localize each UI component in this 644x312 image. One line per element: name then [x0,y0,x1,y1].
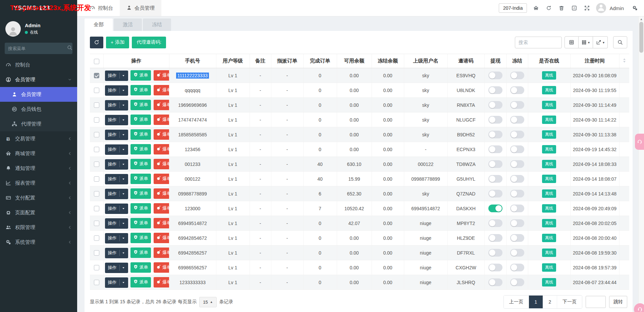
header-sort[interactable] [619,54,629,68]
sidebar-item-12[interactable]: 系统管理 [0,235,77,250]
row-checkbox[interactable] [94,117,99,123]
home-icon[interactable] [530,0,542,16]
row-operate-dropdown[interactable]: 操作 [105,233,128,243]
page-number-1[interactable]: 1 [529,296,543,308]
region-button[interactable]: 207-India [499,3,527,13]
withdraw-toggle[interactable] [488,86,502,94]
freeze-toggle[interactable] [510,131,524,138]
agent-invite-code-button[interactable]: 代理邀请码: [132,37,166,48]
withdraw-toggle[interactable] [488,278,502,286]
detail-view-button[interactable] [565,36,579,48]
row-dispatch-button[interactable]: 派单 [130,262,151,273]
translate-icon[interactable]: A [568,0,581,16]
freeze-toggle[interactable] [510,160,524,168]
row-operate-dropdown[interactable]: 操作 [105,248,128,258]
column-header[interactable]: 是否在线 [528,54,570,68]
row-burst-button[interactable]: 爆单 [154,218,169,228]
freeze-toggle[interactable] [510,116,524,124]
row-burst-button[interactable]: 爆单 [154,248,169,258]
sidebar-item-6[interactable]: 商城管理 [0,146,77,161]
row-dispatch-button[interactable]: 派单 [130,70,151,81]
row-burst-button[interactable]: 爆单 [154,115,169,125]
select-all-checkbox[interactable] [94,59,99,64]
withdraw-toggle[interactable] [488,175,502,183]
row-dispatch-button[interactable]: 派单 [130,218,151,228]
column-header[interactable]: 冻结余额 [372,54,404,68]
row-checkbox[interactable] [94,132,99,137]
withdraw-toggle[interactable] [488,249,502,257]
column-header[interactable]: 可用余额 [337,54,372,68]
sort-icon[interactable] [623,58,626,63]
row-dispatch-button[interactable]: 派单 [130,159,151,169]
row-burst-button[interactable]: 爆单 [154,233,169,243]
row-dispatch-button[interactable]: 派单 [130,144,151,154]
row-checkbox[interactable] [94,235,99,241]
row-checkbox[interactable] [94,88,99,93]
jump-page-input[interactable] [586,296,606,308]
row-operate-dropdown[interactable]: 操作 [105,115,128,125]
row-checkbox[interactable] [94,250,99,256]
freeze-toggle[interactable] [510,145,524,153]
column-header[interactable]: 上级用户名 [404,54,447,68]
column-header[interactable]: 冻结 [506,54,528,68]
sidebar-item-7[interactable]: 通知管理 [0,161,77,176]
row-burst-button[interactable]: 爆单 [154,262,169,273]
avatar[interactable] [596,3,606,13]
column-header[interactable]: 操作 [103,54,169,68]
sidebar-item-5[interactable]: Ƀ 交易管理 [0,131,77,146]
row-operate-dropdown[interactable]: 操作 [105,85,128,96]
row-checkbox[interactable] [94,176,99,182]
row-checkbox[interactable] [94,73,99,78]
tab-1[interactable]: 激活 [114,18,142,31]
column-header[interactable]: 邀请码 [447,54,484,68]
row-operate-dropdown[interactable]: 操作 [105,100,128,110]
withdraw-toggle[interactable] [488,72,502,79]
scroll-up-arrow-icon[interactable]: ▲ [639,17,644,21]
sidebar-item-3[interactable]: 会员钱包 [0,102,77,117]
row-checkbox[interactable] [94,206,99,211]
freeze-toggle[interactable] [510,190,524,197]
row-dispatch-button[interactable]: 派单 [130,174,151,184]
row-burst-button[interactable]: 爆单 [154,144,169,154]
row-checkbox[interactable] [94,221,99,226]
add-button[interactable]: + 添加 [106,37,129,48]
freeze-toggle[interactable] [510,234,524,242]
column-header[interactable]: 注册时间 [570,54,619,68]
row-dispatch-button[interactable]: 派单 [130,248,151,258]
freeze-toggle[interactable] [510,264,524,271]
fullscreen-icon[interactable] [581,0,593,16]
row-dispatch-button[interactable]: 派单 [130,115,151,125]
withdraw-toggle[interactable] [488,234,502,242]
withdraw-toggle[interactable] [488,160,502,168]
freeze-toggle[interactable] [510,278,524,286]
sidebar-item-8[interactable]: 报表管理 [0,176,77,190]
sidebar-item-9[interactable]: 支付配置 [0,190,77,205]
freeze-toggle[interactable] [510,175,524,183]
trash-icon[interactable] [555,0,568,16]
row-burst-button[interactable]: 爆单 [154,100,169,110]
withdraw-toggle[interactable] [488,264,502,271]
row-burst-button[interactable]: 爆单 [154,203,169,214]
withdraw-toggle[interactable] [488,190,502,197]
row-dispatch-button[interactable]: 派单 [130,129,151,140]
row-checkbox[interactable] [94,191,99,196]
freeze-toggle[interactable] [510,219,524,227]
withdraw-toggle[interactable] [488,101,502,109]
row-dispatch-button[interactable]: 派单 [130,85,151,95]
column-header[interactable]: 指派订单 [271,54,303,68]
row-dispatch-button[interactable]: 派单 [130,188,151,199]
refresh-icon[interactable] [542,0,555,16]
withdraw-toggle[interactable] [488,219,502,227]
page-size-select[interactable]: 15 ▲ [199,297,216,307]
row-operate-dropdown[interactable]: 操作 [105,71,128,81]
freeze-toggle[interactable] [510,101,524,109]
sidebar-item-11[interactable]: 权限管理 [0,220,77,235]
prev-page-button[interactable]: 上一页 [504,296,529,308]
freeze-toggle[interactable] [510,205,524,212]
columns-button[interactable]: ▾ [579,36,593,48]
row-checkbox[interactable] [94,265,99,270]
row-dispatch-button[interactable]: 派单 [130,277,151,287]
row-dispatch-button[interactable]: 派单 [130,203,151,214]
row-operate-dropdown[interactable]: 操作 [105,204,128,214]
withdraw-toggle[interactable] [488,205,502,212]
